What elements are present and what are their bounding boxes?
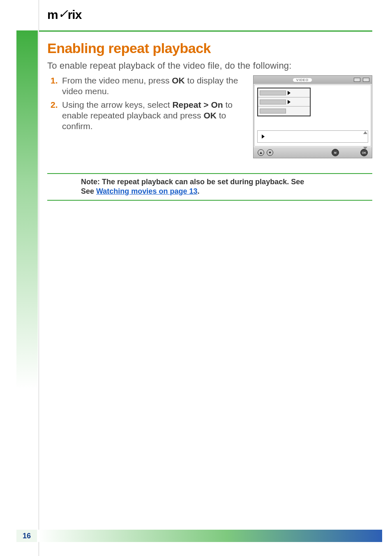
step-1-pre: From the video menu, press xyxy=(62,76,172,85)
screenshot-title-pill: VIDEO xyxy=(293,78,312,82)
battery-icon xyxy=(363,78,369,82)
nav-up-icon xyxy=(258,149,264,156)
play-icon xyxy=(262,134,265,139)
step-2-pre: Using the arrow keys, select xyxy=(62,100,172,109)
screenshot-body xyxy=(254,85,371,146)
main-content: Enabling repeat playback To enable repea… xyxy=(47,40,372,201)
screenshot-menu-row xyxy=(258,88,310,97)
step-1-bold: OK xyxy=(172,76,185,85)
intro-text: To enable repeat playback of the video f… xyxy=(47,60,372,71)
note-after: . xyxy=(197,187,199,195)
logo: m✓rix xyxy=(47,7,81,22)
screenshot-menu-row xyxy=(258,107,310,116)
step-2: Using the arrow keys, select Repeat > On… xyxy=(60,100,247,132)
menu-row-label xyxy=(260,100,286,104)
screenshot-titlebar: VIDEO xyxy=(254,76,372,84)
note-label: Note: xyxy=(81,178,100,186)
step-2-bold2: OK xyxy=(203,111,217,120)
down-triangle-icon xyxy=(363,147,367,150)
logo-text: m✓rix xyxy=(47,7,81,21)
ok-button-icon: OK xyxy=(360,149,368,156)
step-2-bold1: Repeat > On xyxy=(172,100,223,109)
step-1: From the video menu, press OK to display… xyxy=(60,75,247,97)
menu-row-label xyxy=(260,109,286,114)
play-icon xyxy=(288,91,291,95)
up-triangle-icon xyxy=(363,131,367,134)
note-see: See xyxy=(81,187,96,195)
steps-and-screenshot: From the video menu, press OK to display… xyxy=(47,75,372,158)
note-link[interactable]: Watching movies on page 13 xyxy=(96,187,197,195)
signal-icon xyxy=(354,78,360,82)
page-content-frame: m✓rix Enabling repeat playback To enable… xyxy=(39,0,382,556)
m-button-icon: M xyxy=(332,149,339,156)
header-rule xyxy=(39,30,372,32)
note-box: Note: The repeat playback can also be se… xyxy=(47,173,372,201)
footer-gradient-bar xyxy=(38,530,382,542)
page-number: 16 xyxy=(16,530,38,542)
screenshot-button-bar: M OK xyxy=(254,147,372,158)
play-icon xyxy=(288,100,291,104)
screenshot-menu-row xyxy=(258,97,310,107)
note-text: The repeat playback can also be set duri… xyxy=(100,178,304,186)
page-footer: 16 xyxy=(16,530,382,542)
steps-list: From the video menu, press OK to display… xyxy=(47,75,247,134)
nav-down-icon xyxy=(267,149,273,156)
device-screenshot: VIDEO xyxy=(253,75,372,158)
menu-row-label xyxy=(260,90,286,95)
page-title: Enabling repeat playback xyxy=(47,40,372,56)
screenshot-sub-row xyxy=(257,130,368,143)
screenshot-menu-panel xyxy=(257,88,311,116)
side-gradient xyxy=(16,30,38,542)
